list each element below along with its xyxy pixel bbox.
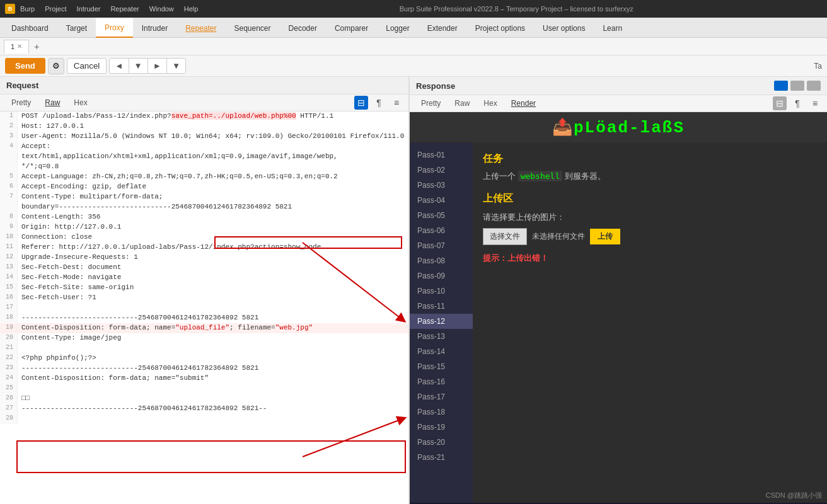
menu-help[interactable]: Help <box>184 5 199 13</box>
main-content: Request Pretty Raw Hex ⊟ ¶ ≡ 1 POST /upl… <box>0 77 827 504</box>
pass-13[interactable]: Pass-13 <box>410 329 473 344</box>
file-chosen-label: 未选择任何文件 <box>532 231 585 242</box>
upload-button[interactable]: 上传 <box>590 229 620 244</box>
pass-02[interactable]: Pass-02 <box>410 163 473 178</box>
tab-add-button[interactable]: + <box>29 39 44 54</box>
upload-label: 请选择要上传的图片： <box>483 212 817 223</box>
tab-sequencer[interactable]: Sequencer <box>226 18 280 38</box>
tab-target[interactable]: Target <box>57 18 96 38</box>
menu-repeater[interactable]: Repeater <box>110 5 139 13</box>
tab-project-options[interactable]: Project options <box>466 18 534 38</box>
code-line-28: 28 <box>0 414 408 424</box>
response-tab-pretty[interactable]: Pretty <box>415 96 447 110</box>
response-tab-render[interactable]: Render <box>505 96 542 110</box>
response-tab-raw[interactable]: Raw <box>448 96 476 110</box>
settings-button[interactable]: ⚙ <box>48 58 64 74</box>
nav-arrows: ◄ ▼ ► ▼ <box>109 58 186 74</box>
pass-21[interactable]: Pass-21 <box>410 450 473 465</box>
code-line-20: 20 Content-Type: image/jpeg <box>0 333 408 343</box>
menu-intruder[interactable]: Intruder <box>77 5 101 13</box>
code-line-5: 5 Accept-Language: zh-CN,zh;q=0.8,zh-TW;… <box>0 172 408 182</box>
tab-learn[interactable]: Learn <box>594 18 631 38</box>
next-dropdown[interactable]: ▼ <box>167 59 185 73</box>
request-tab-pretty[interactable]: Pretty <box>5 96 37 110</box>
response-more-icon[interactable]: ≡ <box>808 96 822 110</box>
code-line-9: 9 Origin: http://127.0.0.1 <box>0 222 408 232</box>
request-code-area[interactable]: 1 POST /upload-labs/Pass-12/index.php?sa… <box>0 112 408 504</box>
tab-extender[interactable]: Extender <box>419 18 466 38</box>
code-line-3: 3 User-Agent: Mozilla/5.0 (Windows NT 10… <box>0 132 408 142</box>
code-line-8: 8 Content-Length: 356 <box>0 212 408 222</box>
menu-burp[interactable]: Burp <box>20 5 35 13</box>
more-icon-btn[interactable]: ≡ <box>390 96 403 110</box>
response-panel: Response Pretty Raw Hex Render ⊟ ¶ ≡ <box>410 77 827 504</box>
response-rendered-content: 📤pLöad-laßS Pass-01 Pass-02 Pass-03 Pass… <box>410 112 827 504</box>
tab-user-options[interactable]: User options <box>534 18 594 38</box>
request-panel: Request Pretty Raw Hex ⊟ ¶ ≡ 1 POST /upl… <box>0 77 410 504</box>
tab-repeater[interactable]: Repeater <box>176 18 225 38</box>
tab-intruder[interactable]: Intruder <box>133 18 176 38</box>
pass-07[interactable]: Pass-07 <box>410 238 473 253</box>
response-search-icon[interactable]: ⊟ <box>773 96 787 110</box>
request-panel-tabs: Pretty Raw Hex ⊟ ¶ ≡ <box>0 94 408 112</box>
choose-file-button[interactable]: 选择文件 <box>483 228 527 245</box>
request-tab-raw[interactable]: Raw <box>38 96 66 110</box>
burp-icon: B <box>5 4 15 14</box>
pass-15[interactable]: Pass-15 <box>410 359 473 374</box>
pass-19[interactable]: Pass-19 <box>410 420 473 435</box>
arrow-dropdown[interactable]: ▼ <box>129 59 148 73</box>
task-title: 任务 <box>483 152 817 166</box>
pass-11[interactable]: Pass-11 <box>410 299 473 314</box>
pass-03[interactable]: Pass-03 <box>410 178 473 193</box>
pass-08[interactable]: Pass-08 <box>410 253 473 268</box>
tab-comparer[interactable]: Comparer <box>326 18 377 38</box>
pass-14[interactable]: Pass-14 <box>410 344 473 359</box>
search-icon-btn[interactable]: ⊟ <box>354 96 368 110</box>
next-arrow[interactable]: ► <box>148 59 167 73</box>
menu-window[interactable]: Window <box>149 5 174 13</box>
tab-logger[interactable]: Logger <box>377 18 418 38</box>
error-message: 提示：上传出错！ <box>483 253 817 264</box>
menu-project[interactable]: Project <box>45 5 66 13</box>
svg-line-1 <box>303 419 402 457</box>
tab-close-icon[interactable]: ✕ <box>17 43 22 50</box>
menu-bar[interactable]: Burp Project Intruder Repeater Window He… <box>20 5 198 13</box>
pass-09[interactable]: Pass-09 <box>410 268 473 284</box>
webshell-code: webshell <box>518 171 563 181</box>
code-line-14: 14 Sec-Fetch-Mode: navigate <box>0 273 408 283</box>
word-wrap-icon-btn[interactable]: ¶ <box>372 96 386 110</box>
pass-17[interactable]: Pass-17 <box>410 389 473 404</box>
code-line-17: 17 <box>0 303 408 313</box>
code-line-6: 6 Accept-Encoding: gzip, deflate <box>0 182 408 192</box>
pass-20[interactable]: Pass-20 <box>410 435 473 450</box>
code-line-7: 7 Content-Type: multipart/form-data; <box>0 192 408 202</box>
code-line-11: 11 Referer: http://127.0.0.1/upload-labs… <box>0 243 408 253</box>
view-horizontal-icon[interactable] <box>807 81 821 91</box>
prev-arrow[interactable]: ◄ <box>110 59 129 73</box>
request-tab-hex[interactable]: Hex <box>67 96 93 110</box>
send-button[interactable]: Send <box>5 58 45 74</box>
response-wrap-icon[interactable]: ¶ <box>790 96 804 110</box>
pass-04[interactable]: Pass-04 <box>410 193 473 208</box>
pass-12[interactable]: Pass-12 <box>410 314 473 329</box>
pass-06[interactable]: Pass-06 <box>410 223 473 238</box>
view-single-icon[interactable] <box>790 81 804 91</box>
pass-16[interactable]: Pass-16 <box>410 374 473 389</box>
code-line-23: 23 ----------------------------254687004… <box>0 364 408 374</box>
code-line-25: 25 <box>0 384 408 394</box>
cancel-button[interactable]: Cancel <box>67 58 107 74</box>
sub-tab-1[interactable]: 1 ✕ <box>4 40 29 54</box>
view-split-icon[interactable] <box>774 81 788 91</box>
pass-01[interactable]: Pass-01 <box>410 147 473 163</box>
response-tab-hex[interactable]: Hex <box>477 96 503 110</box>
tab-dashboard[interactable]: Dashboard <box>3 18 57 38</box>
task-desc: 上传一个 webshell 到服务器。 <box>483 171 817 182</box>
pass-10[interactable]: Pass-10 <box>410 284 473 299</box>
code-line-1: 1 POST /upload-labs/Pass-12/index.php?sa… <box>0 112 408 122</box>
pass-18[interactable]: Pass-18 <box>410 404 473 420</box>
tab-decoder[interactable]: Decoder <box>280 18 326 38</box>
tab-proxy[interactable]: Proxy <box>96 18 133 38</box>
request-panel-header: Request <box>0 77 408 94</box>
response-panel-tabs: Pretty Raw Hex Render ⊟ ¶ ≡ <box>410 95 827 112</box>
pass-05[interactable]: Pass-05 <box>410 208 473 223</box>
